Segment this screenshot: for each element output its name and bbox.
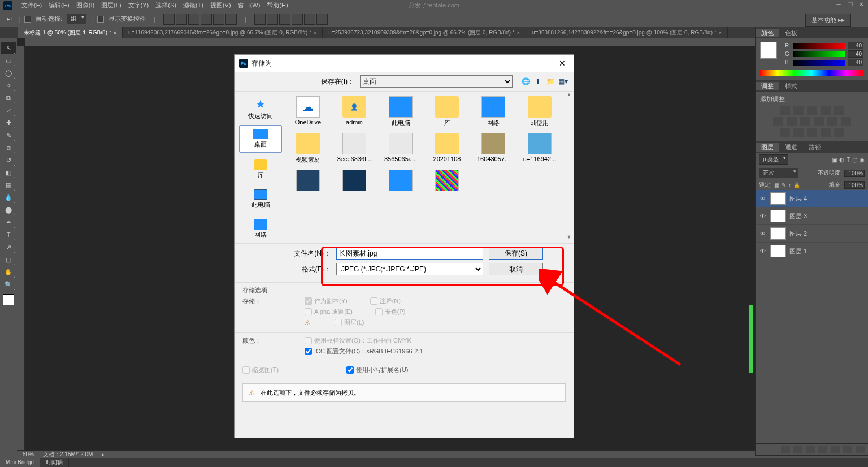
adjust-icon[interactable] [834,128,844,137]
dialog-close-icon[interactable]: ✕ [555,59,569,68]
opt-icc[interactable]: ICC 配置文件(C)：sRGB IEC61966-2.1 [305,347,423,356]
distribute-icon[interactable] [254,14,266,25]
adjust-icon[interactable] [807,128,817,137]
panel-tab-paths[interactable]: 路径 [803,143,827,152]
nav-view-icon[interactable]: ▦▾ [558,76,568,87]
layer-row[interactable]: 👁图层 2 [756,225,868,243]
auto-select-checkbox[interactable] [24,16,31,23]
bottom-tab-timeline[interactable]: 时间轴 [40,458,69,467]
marquee-tool[interactable]: ▭ [1,54,16,67]
fill-value[interactable]: 100% [844,181,865,189]
menu-select[interactable]: 选择(S) [152,1,180,10]
hue-strip[interactable] [760,70,863,76]
cancel-button[interactable]: 取消 [489,263,543,275]
blur-tool[interactable]: 💧 [1,191,16,204]
adjust-icon[interactable] [834,106,844,115]
fx-icon[interactable] [793,446,802,453]
tab-close-icon[interactable]: × [311,30,316,36]
adjust-icon[interactable] [780,106,790,115]
group-icon[interactable] [831,446,840,453]
new-layer-icon[interactable] [843,446,852,453]
file-item[interactable] [291,170,325,192]
bottom-tab-minibridge[interactable]: Mini Bridge [0,458,40,467]
type-tool[interactable]: T [1,228,16,241]
panel-tab-style[interactable]: 样式 [779,82,803,90]
sidebar-desktop[interactable]: 桌面 [239,125,282,153]
align-icon[interactable] [213,14,224,25]
doc-tab[interactable]: u=253936723,3210909309&fm=26&gp=0.jpg @ … [323,27,526,38]
align-icon[interactable] [176,14,187,25]
doc-tab[interactable]: u=116942063,217669046&fm=26&gp=0.jpg @ 6… [123,27,323,38]
nav-back-icon[interactable]: 🌐 [520,76,531,87]
tab-close-icon[interactable]: × [111,30,116,36]
distribute-icon[interactable] [316,14,328,25]
layer-name[interactable]: 图层 1 [789,247,807,256]
layer-row[interactable]: 👁图层 4 [756,190,868,207]
sidebar-network[interactable]: 网络 [239,215,282,243]
panel-tab-channels[interactable]: 通道 [779,143,803,152]
adjust-icon[interactable] [793,128,804,137]
path-tool[interactable]: ↗ [1,241,16,253]
menu-layer[interactable]: 图层(L) [98,1,124,10]
minimize-button[interactable]: ─ [834,1,843,8]
stamp-tool[interactable]: ⧈ [1,141,16,154]
layer-name[interactable]: 图层 2 [789,230,807,238]
r-slider[interactable] [793,43,845,49]
adjust-icon[interactable] [821,106,831,115]
file-item[interactable]: 3ece6836f... [337,133,371,164]
close-button[interactable]: ✕ [857,1,866,8]
eyedropper-tool[interactable]: ⟋ [1,104,16,116]
maximize-button[interactable]: ❐ [845,1,854,8]
dodge-tool[interactable]: ⬤ [1,204,16,216]
file-item[interactable]: u=116942... [523,133,557,164]
adjust-icon[interactable] [773,117,783,126]
file-item[interactable]: 视频素材 [291,133,325,164]
align-icon[interactable] [188,14,199,25]
visibility-icon[interactable]: 👁 [759,247,767,255]
adjust-icon[interactable] [827,117,837,126]
tab-close-icon[interactable]: × [515,30,520,36]
layer-row[interactable]: 👁图层 3 [756,207,868,225]
sidebar-this-pc[interactable]: 此电脑 [239,185,282,213]
auto-select-dropdown[interactable]: 组 [67,14,86,24]
adjust-icon[interactable] [793,106,804,115]
g-slider[interactable] [793,51,845,57]
layer-row[interactable]: 👁图层 1 [756,243,868,260]
sidebar-libraries[interactable]: 库 [239,155,282,183]
b-slider[interactable] [793,60,845,66]
panel-tab-swatch[interactable]: 色板 [779,29,803,37]
doc-tab[interactable]: 未标题-1 @ 50% (图层 4, RGB/8) *× [18,27,123,38]
eraser-tool[interactable]: ◧ [1,166,16,179]
menu-help[interactable]: 帮助(H) [263,1,291,10]
blend-mode-dropdown[interactable]: 正常 [759,168,798,178]
file-item[interactable]: 20201108 [430,133,464,164]
pen-tool[interactable]: ✒ [1,216,16,228]
layer-kind-dropdown[interactable]: p 类型 [759,154,788,165]
wand-tool[interactable]: ✧ [1,79,16,92]
nav-up-icon[interactable]: ⬆ [533,76,543,87]
adjustment-icon[interactable] [818,446,827,453]
distribute-icon[interactable] [292,14,303,25]
move-tool[interactable]: ↖ [1,42,16,54]
lasso-tool[interactable]: ◯ [1,67,16,79]
gradient-tool[interactable]: ▦ [1,179,16,191]
distribute-icon[interactable] [267,14,278,25]
g-value[interactable]: 40 [848,50,863,58]
doc-tab[interactable]: u=363881266,1427830922&fm=26&gp=0.jpg @ … [526,27,728,38]
zoom-level[interactable]: 50% [23,451,34,457]
adjust-icon[interactable] [800,117,810,126]
brush-tool[interactable]: ✎ [1,129,16,141]
file-item[interactable] [430,170,464,192]
panel-tab-adjust[interactable]: 调整 [756,82,779,90]
visibility-icon[interactable]: 👁 [759,230,767,237]
mask-icon[interactable] [806,446,815,453]
adjust-icon[interactable] [814,117,824,126]
file-item[interactable]: ☁OneDrive [291,96,325,127]
menu-view[interactable]: 视图(V) [207,1,235,10]
history-brush-tool[interactable]: ↺ [1,154,16,166]
menu-file[interactable]: 文件(F) [18,1,45,10]
panel-tab-layers[interactable]: 图层 [756,143,779,152]
file-item[interactable]: 网络 [476,96,510,127]
r-value[interactable]: 40 [848,42,863,49]
crop-tool[interactable]: ⧉ [1,92,16,104]
